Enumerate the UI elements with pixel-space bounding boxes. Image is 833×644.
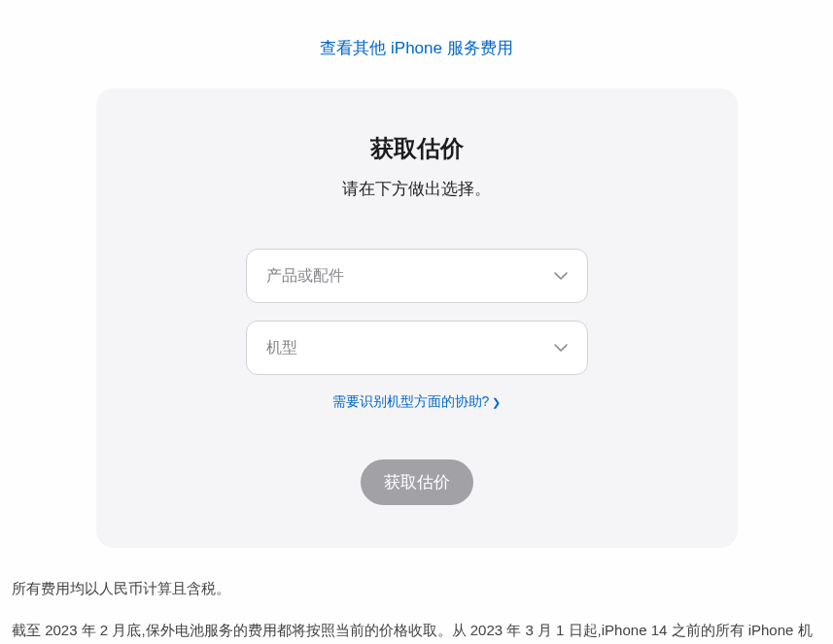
product-select-placeholder: 产品或配件	[266, 266, 344, 287]
help-link-text: 需要识别机型方面的协助?	[332, 393, 490, 409]
footer-line2: 截至 2023 年 2 月底,保外电池服务的费用都将按照当前的价格收取。从 20…	[12, 617, 821, 645]
help-link-container: 需要识别机型方面的协助?❯	[96, 392, 738, 411]
estimate-card: 获取估价 请在下方做出选择。 产品或配件 机型 需要识别机型方面的协助?❯ 获取…	[96, 88, 738, 548]
footer-text: 所有费用均以人民币计算且含税。 截至 2023 年 2 月底,保外电池服务的费用…	[0, 548, 833, 644]
get-estimate-button[interactable]: 获取估价	[361, 459, 473, 505]
model-select[interactable]: 机型	[246, 321, 588, 375]
top-link-container: 查看其他 iPhone 服务费用	[0, 0, 833, 88]
chevron-right-icon: ❯	[492, 396, 501, 408]
chevron-down-icon	[554, 344, 568, 352]
card-title: 获取估价	[96, 133, 738, 164]
chevron-down-icon	[554, 272, 568, 280]
footer-line2-text: 截至 2023 年 2 月底,保外电池服务的费用都将按照当前的价格收取。从 20…	[12, 622, 813, 645]
product-select[interactable]: 产品或配件	[246, 249, 588, 303]
model-select-placeholder: 机型	[266, 338, 297, 358]
identify-model-help-link[interactable]: 需要识别机型方面的协助?❯	[332, 393, 502, 409]
other-services-link[interactable]: 查看其他 iPhone 服务费用	[320, 39, 512, 57]
footer-line1: 所有费用均以人民币计算且含税。	[12, 575, 821, 603]
card-subtitle: 请在下方做出选择。	[96, 178, 738, 200]
